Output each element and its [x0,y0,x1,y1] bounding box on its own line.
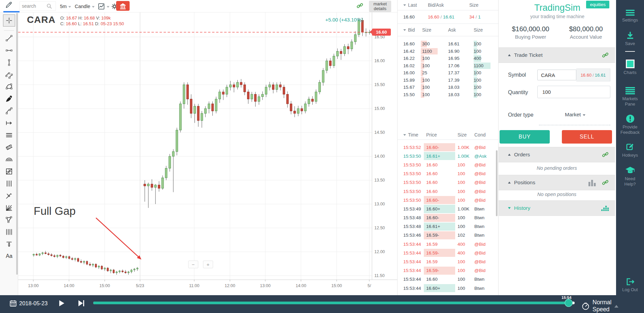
range-arrow-icon [5,240,13,248]
chevron-down-icon [68,6,71,8]
fib-retracement-tool[interactable] [0,165,18,178]
playback-slider[interactable] [93,302,575,304]
time-sales-row: 15:53:48 16.61+ 100Btwn [398,222,498,231]
polyline-tool[interactable] [0,81,18,93]
svg-text:14:00: 14:00 [296,283,306,288]
indicators-dropdown[interactable] [98,0,109,12]
link-icon[interactable] [356,2,364,9]
link-icon[interactable] [602,51,609,59]
sidebar-item-provide-feedback[interactable]: ProvideFeedback [616,114,644,135]
sidebar-item-markets-pane[interactable]: MarketsPane [616,87,644,107]
playback-progress [93,302,569,304]
parallel-channel-tool[interactable] [0,141,18,153]
indicator-chart-icon [98,3,105,10]
svg-text:11:00: 11:00 [189,283,199,288]
exchange-button[interactable] [116,1,130,11]
curve-tool[interactable] [0,105,18,117]
buying-power-label: Buying Power [512,34,549,40]
sidebar-item-label: ProvideFeedback [616,124,644,135]
zoom-in-button[interactable]: + [203,261,213,268]
text-tool-icon: Aa [6,253,12,259]
bars4-icon [616,87,644,95]
quantity-field[interactable] [537,86,610,98]
symbol-field[interactable] [537,70,576,80]
brush-tool[interactable] [0,93,18,105]
sidebar-item-settings[interactable]: Settings [616,9,644,23]
arcs-icon [5,155,13,163]
market-details-button[interactable]: market details [369,1,391,12]
fib-arcs-tool[interactable] [0,153,18,165]
horizontal-line-tool[interactable] [0,44,18,56]
time-sales-row: 15:53:44 16.59 100@Bid [398,257,498,266]
svg-text:15.00: 15.00 [374,106,385,111]
speed-dropdown[interactable]: Normal Speed [582,299,618,313]
chart-style-dropdown[interactable]: Candle [75,0,95,12]
sidebar-item-need-help[interactable]: NeedHelp? [616,166,644,187]
positions-section-header[interactable]: Positions [499,175,615,190]
bar-chart-icon[interactable] [588,179,596,186]
time-sales-row: 15:53:46 16.59- 102Btwn [398,231,498,240]
crossed-lines-tool[interactable] [0,69,18,81]
history-chart-icon[interactable] [601,205,609,211]
pencil-icon [5,1,20,9]
order-type-dropdown[interactable]: Market [565,112,585,118]
skip-to-end-button[interactable] [78,300,86,306]
market-details-label: details [374,6,386,11]
trade-ticket-header[interactable]: Trade Ticket [499,47,615,63]
chart-zoom-controls: − + [188,261,213,268]
link-icon[interactable] [602,151,609,158]
history-section-header[interactable]: History [499,200,615,216]
draw-mode-button[interactable] [5,1,20,12]
time-grid-tool[interactable] [0,226,18,238]
vertical-line-tool[interactable] [0,56,18,69]
crosshair-icon [5,16,13,25]
orders-section-header[interactable]: Orders [499,147,615,162]
depth-header: Bid Size Ask Size [398,24,498,36]
sort-caret-icon [403,134,406,136]
parallel-lines-tool[interactable] [0,129,18,141]
playback-bar: 2018-05-23 15:54 Normal Speed [0,295,616,313]
price-range-tool[interactable] [0,238,18,250]
buy-button[interactable]: BUY [500,130,550,144]
polygon-icon [5,83,13,91]
pitchfork-tool[interactable] [0,190,18,202]
symbol-search[interactable] [20,1,56,11]
chevron-down-icon [107,6,109,8]
trend-line-tool[interactable] [0,32,18,44]
tradingsim-app: 5m Candle market details Aa 16.5016.0015… [0,0,644,313]
sell-button[interactable]: SELL [562,130,612,144]
drawing-toolbar: Aa [0,12,18,295]
gann-fan-tool[interactable] [0,202,18,214]
chart-type-label: Candle [75,4,90,9]
sidebar-item-charts[interactable]: Charts [616,59,644,75]
sidebar-item-hotkeys[interactable]: Hotkeys [616,143,644,158]
time-sales-row: 15:53:49 16.60+ 1.00KBtwn [398,204,498,213]
play-button[interactable] [59,300,64,306]
triangle-pattern-tool[interactable] [0,214,18,226]
sidebar-item-save[interactable]: Save [616,32,644,46]
search-input[interactable] [22,3,46,9]
crosshair-tool[interactable] [0,12,18,29]
playback-handle[interactable] [565,299,573,307]
logout-icon [616,278,644,286]
arrow-ray-icon [5,119,13,127]
sidebar-item-label: NeedHelp? [616,176,644,187]
time-sales-scrollbar[interactable] [496,150,498,216]
text-tool[interactable]: Aa [0,250,18,262]
svg-text:13:00: 13:00 [28,283,38,288]
zoom-out-button[interactable]: − [188,261,198,268]
vertical-grid-tool[interactable] [0,178,18,190]
orders-empty-message: No pending orders [499,165,615,171]
sidebar-item-label: Log Out [616,287,644,292]
exclaim-icon [616,114,644,123]
svg-text:13:00: 13:00 [260,283,270,288]
timeframe-dropdown[interactable]: 5m [60,0,71,12]
link-icon[interactable] [602,179,609,186]
toolbar-scrollbar[interactable] [16,13,18,275]
candlestick-chart[interactable]: 16.5016.0015.5015.0014.5014.0013.5013.00… [18,12,397,295]
date-picker[interactable]: 2018-05-23 [9,300,47,307]
sidebar-item-log-out[interactable]: Log Out [616,278,644,292]
time-sales-row: 15:53:50 16.60 100@Bid [398,169,498,178]
arrow-ray-tool[interactable] [0,117,18,129]
level2-panel: Last Bid/AskSize 16.60 16.60 / 16.61 34 … [397,0,498,295]
